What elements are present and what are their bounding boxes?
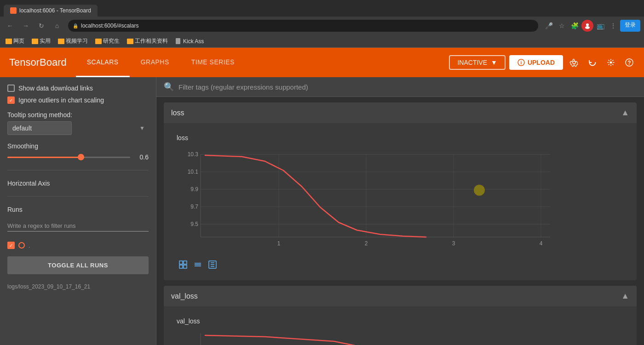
lock-icon: 🔒 xyxy=(73,23,78,28)
svg-text:10.1: 10.1 xyxy=(188,169,199,175)
svg-point-1 xyxy=(585,26,590,29)
folder-icon xyxy=(6,39,12,44)
bookmark-kickass[interactable]: Kick Ass xyxy=(173,37,206,45)
loss-line xyxy=(205,155,426,237)
bookmark-work[interactable]: 工作相关资料 xyxy=(125,36,170,46)
tooltip-sort-select[interactable]: default ascending descending nearest xyxy=(7,121,72,135)
loss-chart-svg: 10.3 10.1 9.9 9.7 9.5 1 2 3 4 xyxy=(173,145,624,255)
nav-tabs: SCALARS GRAPHS TIME SERIES xyxy=(76,48,246,77)
svg-text:?: ? xyxy=(627,60,631,66)
help-icon[interactable]: ? xyxy=(622,55,637,70)
show-data-row[interactable]: Show data download links xyxy=(7,85,149,92)
run-path: logs/loss_2023_09_10_17_16_21 xyxy=(7,283,149,290)
inactive-label: INACTIVE xyxy=(457,59,487,66)
svg-text:4: 4 xyxy=(540,240,543,247)
horizontal-fit-button[interactable] xyxy=(191,258,204,271)
active-tab[interactable]: localhost:6006 - TensorBoard xyxy=(4,5,98,17)
download-button[interactable] xyxy=(206,258,219,271)
tab-scalars[interactable]: SCALARS xyxy=(76,48,130,77)
forward-button[interactable]: → xyxy=(19,19,32,32)
bookmark-research[interactable]: 研究生 xyxy=(93,36,121,46)
info-icon: i xyxy=(518,59,525,66)
run-color-dot[interactable] xyxy=(18,242,25,249)
bookmark-label: Kick Ass xyxy=(183,38,204,45)
svg-text:3: 3 xyxy=(452,240,455,247)
home-button[interactable]: ⌂ xyxy=(51,19,63,32)
cast-icon[interactable]: 📺 xyxy=(594,20,606,32)
run-checkbox[interactable] xyxy=(7,242,15,249)
display-options: Show data download links Ignore outliers… xyxy=(7,85,149,104)
top-nav-right: INACTIVE ▼ i UPLOAD ? xyxy=(449,55,644,70)
star-icon[interactable]: ☆ xyxy=(556,20,568,32)
loss-chart-area: 10.3 10.1 9.9 9.7 9.5 1 2 3 4 xyxy=(173,145,627,255)
collapse-icon-2[interactable]: ▲ xyxy=(621,291,629,301)
show-data-checkbox[interactable] xyxy=(7,85,15,92)
ignore-outliers-checkbox[interactable] xyxy=(7,96,15,104)
ignore-outliers-row[interactable]: Ignore outliers in chart scaling xyxy=(7,96,149,104)
divider-2 xyxy=(7,196,149,197)
browser-nav-icons: 🎤 ☆ 🧩 📺 ⋮ 登录 xyxy=(543,20,640,32)
back-button[interactable]: ← xyxy=(4,19,17,32)
settings-light-icon[interactable] xyxy=(567,55,581,70)
svg-rect-30 xyxy=(179,265,183,268)
bookmark-webpage[interactable]: 网页 xyxy=(4,36,26,46)
slider-fill xyxy=(7,157,81,158)
app-logo: TensorBoard xyxy=(0,57,76,68)
filter-input[interactable] xyxy=(178,83,637,91)
smoothing-slider[interactable] xyxy=(7,157,130,158)
browser-settings-icon[interactable]: ⋮ xyxy=(607,20,619,32)
tensorboard-app: TensorBoard SCALARS GRAPHS TIME SERIES I… xyxy=(0,48,644,345)
filter-bar: 🔍 xyxy=(156,77,644,97)
smoothing-value: 0.6 xyxy=(135,153,149,161)
loss-section-header[interactable]: loss ▲ xyxy=(164,102,637,123)
zoom-fit-button[interactable] xyxy=(177,258,190,271)
bookmark-video[interactable]: 视频学习 xyxy=(56,36,90,46)
slider-thumb[interactable] xyxy=(78,154,84,160)
val-loss-chart-svg xyxy=(173,328,624,345)
bookmark-useful[interactable]: 实用 xyxy=(30,36,52,46)
tab-favicon xyxy=(10,7,17,14)
toggle-all-runs-button[interactable]: TOGGLE ALL RUNS xyxy=(7,256,149,274)
tab-graphs[interactable]: GRAPHS xyxy=(130,48,180,77)
upload-button[interactable]: i UPLOAD xyxy=(509,55,563,70)
tooltip-sort-label: Tooltip sorting method: xyxy=(7,111,149,119)
address-bar[interactable]: 🔒 localhost:6006/#scalars xyxy=(68,20,538,32)
reload-button[interactable]: ↻ xyxy=(35,19,48,32)
tooltip-sort-section: Tooltip sorting method: default ascendin… xyxy=(7,111,149,135)
svg-text:9.7: 9.7 xyxy=(190,204,198,210)
upload-label: UPLOAD xyxy=(528,59,555,66)
horizontal-axis-label: Horizontal Axis xyxy=(7,180,149,187)
loss-section: loss ▲ loss xyxy=(164,102,637,280)
content-area: 🔍 loss ▲ loss xyxy=(156,77,644,345)
tooltip-dot xyxy=(474,185,485,196)
chevron-down-icon: ▼ xyxy=(491,59,497,66)
val-loss-section-header[interactable]: val_loss ▲ xyxy=(164,286,637,306)
logo-primary: Tensor xyxy=(9,57,40,68)
search-voice-icon[interactable]: 🎤 xyxy=(543,20,555,32)
login-button[interactable]: 登录 xyxy=(620,20,640,32)
loss-section-title: loss xyxy=(171,109,184,117)
smoothing-label: Smoothing xyxy=(7,142,149,150)
divider xyxy=(7,170,149,170)
gear-icon[interactable] xyxy=(604,55,618,70)
logo-secondary: Board xyxy=(40,57,67,68)
svg-rect-31 xyxy=(184,265,187,268)
svg-text:1: 1 xyxy=(277,240,281,247)
loss-chart: loss xyxy=(169,129,631,275)
val-loss-chart-title: val_loss xyxy=(173,317,627,325)
extension-icon[interactable]: 🧩 xyxy=(569,20,581,32)
profile-button[interactable] xyxy=(581,20,593,32)
regex-filter-input[interactable] xyxy=(7,221,149,232)
inactive-button[interactable]: INACTIVE ▼ xyxy=(449,55,505,70)
refresh-icon[interactable] xyxy=(585,55,600,70)
smoothing-section: Smoothing 0.6 xyxy=(7,142,149,161)
tab-label: localhost:6006 - TensorBoard xyxy=(19,7,91,14)
browser-chrome: localhost:6006 - TensorBoard ← → ↻ ⌂ 🔒 l… xyxy=(0,0,644,35)
browser-tabs: localhost:6006 - TensorBoard xyxy=(0,0,644,17)
address-text: localhost:6006/#scalars xyxy=(81,23,138,29)
collapse-icon[interactable]: ▲ xyxy=(621,108,629,118)
svg-text:9.9: 9.9 xyxy=(190,186,198,192)
tab-time-series[interactable]: TIME SERIES xyxy=(180,48,246,77)
bookmark-label: 网页 xyxy=(13,37,24,45)
tooltip-sort-wrapper: default ascending descending nearest ▼ xyxy=(7,121,149,135)
